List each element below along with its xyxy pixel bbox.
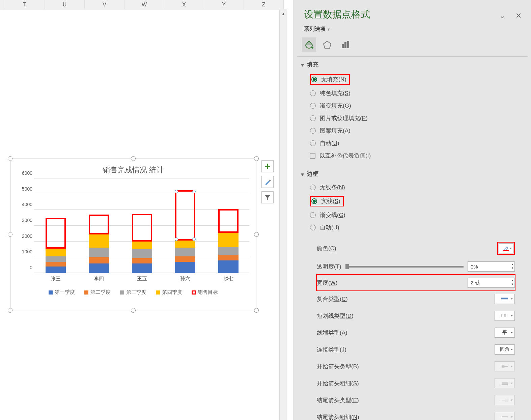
x-axis-label: 张三 [51, 276, 61, 282]
resize-handle[interactable] [8, 232, 12, 237]
bar-group[interactable] [89, 234, 109, 273]
bar-group[interactable] [218, 233, 239, 273]
col-header[interactable]: W [124, 0, 164, 9]
target-outline[interactable] [175, 190, 195, 241]
width-label: 宽度(W) [317, 279, 468, 287]
bar-group[interactable] [46, 249, 66, 273]
width-input[interactable]: 2 磅▲▼ [468, 278, 515, 288]
scroll-up-icon[interactable]: ▲ [280, 10, 287, 18]
legend-item[interactable]: 第一季度 [49, 289, 75, 296]
border-gradient-radio[interactable]: 渐变线(G) [310, 209, 524, 221]
chart-title[interactable]: 销售完成情况 统计 [10, 159, 256, 178]
datapoint-handle[interactable] [192, 237, 196, 241]
arrow-begin-type-dropdown[interactable] [495, 361, 515, 371]
series-options-dropdown[interactable]: 系列选项 [294, 24, 531, 37]
compound-label: 复合类型(C) [317, 295, 495, 303]
join-type-dropdown[interactable]: 圆角 [495, 344, 515, 355]
target-outline[interactable] [46, 218, 66, 249]
svg-rect-5 [503, 250, 509, 251]
col-header-blank [0, 0, 5, 9]
fill-picture-radio[interactable]: 图片或纹理填充(P) [310, 112, 524, 124]
border-solid-radio[interactable]: 实线(S) [310, 194, 524, 209]
y-tick: 1000 [22, 249, 32, 254]
resize-handle[interactable] [131, 308, 136, 313]
border-none-radio[interactable]: 无线条(N) [310, 181, 524, 194]
resize-handle[interactable] [254, 156, 259, 161]
arrow-end-size-dropdown[interactable] [495, 412, 515, 420]
chart-filter-button[interactable] [261, 191, 274, 203]
svg-point-0 [311, 47, 313, 49]
fill-none-radio[interactable]: 无填充(N) [310, 72, 524, 87]
arrow-end-size-label: 结尾箭头粗细(N) [317, 413, 495, 420]
dash-label: 短划线类型(D) [317, 312, 495, 320]
border-auto-radio[interactable]: 自动(U) [310, 221, 524, 234]
arrow-begin-type-label: 开始箭头类型(B) [317, 363, 495, 370]
x-axis-label: 赵七 [223, 276, 233, 282]
border-section-header[interactable]: 边框 [301, 170, 524, 178]
col-header[interactable]: T [5, 0, 45, 9]
collapse-panel-icon[interactable]: ⌄ [499, 11, 505, 20]
panel-title: 设置数据点格式 [304, 8, 521, 21]
invert-negative-checkbox[interactable]: 以互补色代表负值(I) [310, 149, 524, 162]
arrow-end-type-dropdown[interactable] [495, 395, 515, 405]
target-outline[interactable] [89, 215, 109, 234]
dash-type-dropdown[interactable] [495, 311, 515, 321]
col-header[interactable]: Y [204, 0, 244, 9]
svg-rect-2 [342, 44, 344, 48]
datapoint-handle[interactable] [175, 237, 178, 241]
chart-legend[interactable]: 第一季度 第二季度 第三季度 第四季度 销售目标 [10, 289, 256, 296]
chart-object[interactable]: 销售完成情况 统计 0 1000 2000 3000 4000 5000 600… [10, 159, 256, 310]
legend-item[interactable]: 销售目标 [192, 289, 218, 296]
fill-solid-radio[interactable]: 纯色填充(S) [310, 87, 524, 100]
arrow-begin-size-label: 开始箭头粗细(S) [317, 380, 495, 387]
border-color-picker[interactable] [499, 243, 513, 253]
col-header[interactable]: X [164, 0, 204, 9]
fill-auto-radio[interactable]: 自动(U) [310, 137, 524, 149]
datapoint-handle[interactable] [175, 190, 178, 193]
legend-item[interactable]: 第二季度 [84, 289, 111, 296]
chart-elements-button[interactable] [261, 160, 274, 172]
target-outline[interactable] [218, 209, 239, 233]
fill-section-header[interactable]: 填充 [301, 61, 524, 68]
transparency-input[interactable]: 0%▲▼ [468, 261, 515, 272]
series-options-tab[interactable] [338, 37, 353, 52]
fill-gradient-radio[interactable]: 渐变填充(G) [310, 100, 524, 112]
bar-group[interactable] [132, 242, 152, 273]
arrow-begin-size-dropdown[interactable] [495, 378, 515, 388]
target-outline[interactable] [132, 214, 152, 242]
plot-area[interactable]: 0 1000 2000 3000 4000 5000 6000 [34, 178, 249, 273]
cap-type-dropdown[interactable]: 平 [495, 328, 515, 338]
resize-handle[interactable] [254, 232, 259, 237]
effects-tab[interactable] [320, 37, 334, 52]
y-tick: 6000 [22, 170, 32, 176]
transparency-slider[interactable] [345, 266, 464, 268]
col-header[interactable]: U [45, 0, 85, 9]
x-axis-label: 李四 [94, 276, 104, 282]
compound-type-dropdown[interactable] [495, 294, 515, 304]
chart-side-buttons [261, 160, 274, 207]
bar-group[interactable] [175, 241, 195, 273]
col-header[interactable]: V [85, 0, 124, 9]
col-header[interactable]: Z [244, 0, 284, 9]
y-tick: 5000 [22, 186, 32, 192]
resize-handle[interactable] [131, 156, 136, 161]
resize-handle[interactable] [8, 308, 12, 313]
format-data-point-panel: 设置数据点格式 ⌄ ✕ 系列选项 填充 无填充(N) 纯色填充(S) 渐变填充(… [294, 0, 531, 420]
resize-handle[interactable] [8, 156, 12, 161]
fill-pattern-radio[interactable]: 图案填充(A) [310, 124, 524, 137]
fill-line-tab[interactable] [302, 37, 316, 52]
x-axis-label: 王五 [137, 276, 147, 282]
vertical-scrollbar[interactable]: ▲ [279, 10, 287, 420]
datapoint-handle[interactable] [192, 190, 196, 193]
arrow-end-type-label: 结尾箭头类型(E) [317, 396, 495, 404]
color-label: 颜色(C) [317, 245, 497, 252]
column-headers: T U V W X Y Z [0, 0, 287, 9]
chart-styles-button[interactable] [261, 176, 274, 188]
legend-item[interactable]: 第三季度 [120, 289, 146, 296]
svg-rect-3 [344, 42, 346, 48]
x-axis-label: 孙六 [180, 276, 190, 282]
resize-handle[interactable] [254, 308, 259, 313]
legend-item[interactable]: 第四季度 [156, 289, 182, 296]
close-panel-icon[interactable]: ✕ [515, 11, 522, 20]
svg-rect-4 [347, 41, 349, 48]
